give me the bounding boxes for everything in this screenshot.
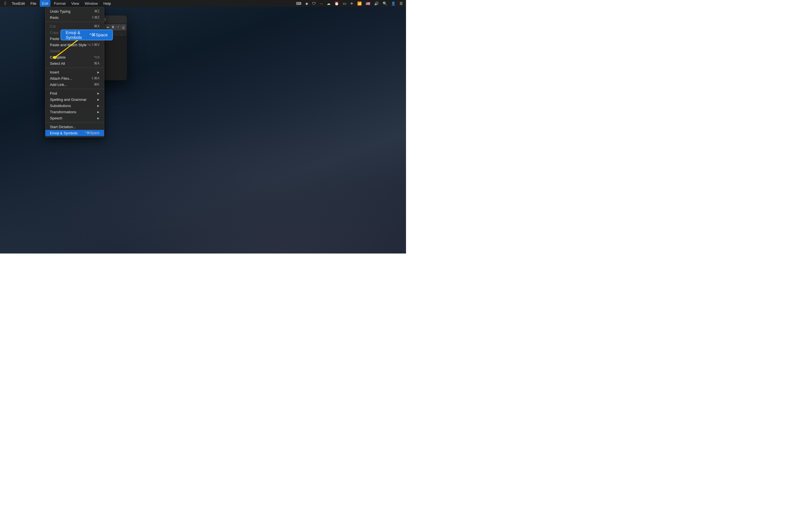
cloud-icon[interactable]: ☁ xyxy=(326,1,331,6)
menubar-edit[interactable]: Edit xyxy=(40,0,50,7)
add-link-label: Add Link... xyxy=(50,82,67,87)
apple-menu[interactable]:  xyxy=(2,0,8,7)
emoji-callout-text: Emoji & Symbols xyxy=(66,30,89,40)
menu-delete: Delete xyxy=(45,48,104,54)
undo-typing-shortcut: ⌘Z xyxy=(94,9,100,13)
insert-label: Insert xyxy=(50,70,59,74)
attach-files-shortcut: ⇧⌘A xyxy=(91,76,100,80)
menu-insert[interactable]: Insert ▶ xyxy=(45,69,104,75)
speech-arrow: ▶ xyxy=(97,117,100,120)
search-icon[interactable]: 🔍 xyxy=(382,1,388,6)
dropbox-icon[interactable]: ◈ xyxy=(305,1,309,6)
redo-shortcut: ⇧⌘Z xyxy=(91,15,100,19)
menu-spelling-grammar[interactable]: Spelling and Grammar ▶ xyxy=(45,96,104,103)
menu-paste-match-style[interactable]: Paste and Match Style ⌥⇧⌘V xyxy=(45,42,104,48)
paste-match-style-label: Paste and Match Style xyxy=(50,43,87,47)
menu-start-dictation[interactable]: Start Dictation... xyxy=(45,124,104,130)
select-all-shortcut: ⌘A xyxy=(94,61,100,65)
flag-icon[interactable]: 🇺🇸 xyxy=(365,1,371,6)
spelling-grammar-arrow: ▶ xyxy=(97,98,100,101)
find-arrow: ▶ xyxy=(97,92,100,95)
transformations-label: Transformations xyxy=(50,110,76,114)
notification-icon[interactable]: ☰ xyxy=(399,1,404,6)
menubar-left:  TextEdit File Edit Format View Window … xyxy=(2,0,113,7)
cut-shortcut: ⌘X xyxy=(94,24,100,28)
cut-label: Cut xyxy=(50,24,56,29)
substitutions-label: Substitutions xyxy=(50,104,71,108)
emoji-callout-shortcut: ^⌘Space xyxy=(89,33,108,38)
menu-speech[interactable]: Speech ▶ xyxy=(45,115,104,121)
menubar-file[interactable]: File xyxy=(28,0,39,7)
find-label: Find xyxy=(50,91,57,96)
attach-files-label: Attach Files... xyxy=(50,76,72,80)
wifi-icon[interactable]: 📶 xyxy=(356,1,363,6)
airplay-icon[interactable]: ▭ xyxy=(342,1,347,6)
add-link-shortcut: ⌘K xyxy=(94,82,100,87)
volume-icon[interactable]: 🔊 xyxy=(373,1,379,6)
menubar-right: ⌨ ◈ 🛡 ··· ☁ ⏰ ▭ ✳ 📶 🇺🇸 🔊 🔍 👤 ☰ xyxy=(295,1,404,6)
emoji-symbols-label: Emoji & Symbols xyxy=(50,131,78,135)
menu-emoji-symbols[interactable]: Emoji & Symbols ^⌘Space xyxy=(45,130,104,136)
menu-attach-files[interactable]: Attach Files... ⇧⌘A xyxy=(45,75,104,81)
timemachine-icon[interactable]: ⏰ xyxy=(334,1,340,6)
menubar-help[interactable]: Help xyxy=(101,0,113,7)
menu-add-link[interactable]: Add Link... ⌘K xyxy=(45,81,104,88)
menubar-window[interactable]: Window xyxy=(83,0,100,7)
keyboard-icon[interactable]: ⌨ xyxy=(295,1,302,6)
menu-select-all[interactable]: Select All ⌘A xyxy=(45,60,104,66)
menubar:  TextEdit File Edit Format View Window … xyxy=(0,0,406,7)
bold-button[interactable]: B xyxy=(111,24,116,30)
complete-shortcut: ⌥⎋ xyxy=(94,55,100,59)
menu-undo-typing[interactable]: Undo Typing ⌘Z xyxy=(45,8,104,14)
delete-label: Delete xyxy=(50,49,61,53)
menubar-view[interactable]: View xyxy=(69,0,82,7)
select-all-label: Select All xyxy=(50,61,65,66)
underline-button[interactable]: U xyxy=(121,24,126,30)
user-icon[interactable]: 👤 xyxy=(390,1,396,6)
insert-arrow: ▶ xyxy=(97,71,100,74)
bluetooth-icon[interactable]: ✳ xyxy=(349,1,354,6)
extras-icon[interactable]: ··· xyxy=(319,1,324,6)
transformations-arrow: ▶ xyxy=(97,110,100,114)
menu-transformations[interactable]: Transformations ▶ xyxy=(45,109,104,115)
menu-substitutions[interactable]: Substitutions ▶ xyxy=(45,103,104,109)
menu-find[interactable]: Find ▶ xyxy=(45,90,104,96)
copy-label: Copy xyxy=(50,31,58,35)
menu-cut[interactable]: Cut ⌘X xyxy=(45,23,104,29)
start-dictation-label: Start Dictation... xyxy=(50,125,76,129)
speech-label: Speech xyxy=(50,116,62,120)
undo-typing-label: Undo Typing xyxy=(50,9,70,13)
menu-complete[interactable]: Complete ⌥⎋ xyxy=(45,54,104,60)
menubar-format[interactable]: Format xyxy=(52,0,68,7)
emoji-symbols-shortcut: ^⌘Space xyxy=(85,131,100,135)
emoji-symbols-callout: Emoji & Symbols ^⌘Space xyxy=(61,30,113,40)
redo-label: Redo xyxy=(50,15,59,20)
spelling-grammar-label: Spelling and Grammar xyxy=(50,98,87,102)
edit-menu-dropdown: Undo Typing ⌘Z Redo ⇧⌘Z Cut ⌘X Copy ⌘C P… xyxy=(45,7,104,137)
substitutions-arrow: ▶ xyxy=(97,104,100,107)
italic-button[interactable]: I xyxy=(116,24,121,30)
paste-label: Paste xyxy=(50,37,59,41)
vpn-icon[interactable]: 🛡 xyxy=(311,1,317,6)
separator-1 xyxy=(45,22,104,22)
paste-match-style-shortcut: ⌥⇧⌘V xyxy=(87,43,100,47)
menubar-app-name[interactable]: TextEdit xyxy=(10,0,27,7)
menu-redo[interactable]: Redo ⇧⌘Z xyxy=(45,14,104,20)
complete-label: Complete xyxy=(50,55,66,59)
